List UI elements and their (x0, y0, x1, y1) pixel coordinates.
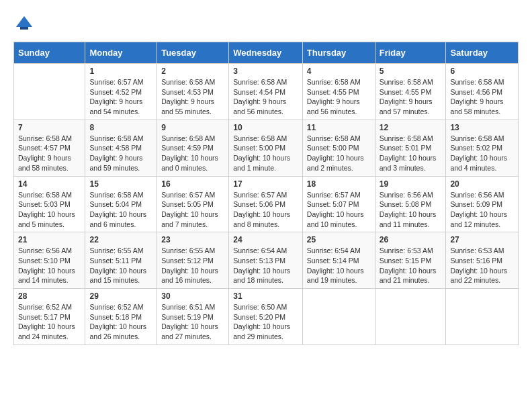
week-row-1: 1Sunrise: 6:57 AM Sunset: 4:52 PM Daylig… (14, 64, 519, 120)
calendar-cell: 16Sunrise: 6:57 AM Sunset: 5:05 PM Dayli… (157, 176, 229, 232)
day-info: Sunrise: 6:56 AM Sunset: 5:10 PM Dayligh… (18, 246, 81, 285)
calendar-cell: 11Sunrise: 6:58 AM Sunset: 5:00 PM Dayli… (302, 120, 375, 176)
day-header-thursday: Thursday (302, 42, 375, 64)
week-row-2: 7Sunrise: 6:58 AM Sunset: 4:57 PM Daylig… (14, 120, 519, 176)
calendar-cell: 7Sunrise: 6:58 AM Sunset: 4:57 PM Daylig… (14, 120, 85, 176)
calendar-cell: 12Sunrise: 6:58 AM Sunset: 5:01 PM Dayli… (375, 120, 446, 176)
day-info: Sunrise: 6:58 AM Sunset: 4:53 PM Dayligh… (161, 77, 224, 117)
calendar-cell: 22Sunrise: 6:55 AM Sunset: 5:11 PM Dayli… (85, 232, 157, 289)
day-number: 19 (380, 179, 442, 189)
day-info: Sunrise: 6:52 AM Sunset: 5:18 PM Dayligh… (89, 302, 152, 342)
calendar-cell: 23Sunrise: 6:55 AM Sunset: 5:12 PM Dayli… (157, 232, 229, 289)
svg-marker-0 (16, 16, 32, 27)
day-header-tuesday: Tuesday (157, 42, 229, 64)
day-number: 18 (307, 179, 371, 189)
day-number: 6 (450, 66, 514, 76)
day-number: 29 (89, 291, 152, 301)
day-number: 2 (161, 66, 224, 76)
day-number: 8 (89, 123, 152, 132)
day-header-monday: Monday (85, 42, 157, 64)
calendar-cell: 28Sunrise: 6:52 AM Sunset: 5:17 PM Dayli… (14, 289, 85, 345)
day-info: Sunrise: 6:53 AM Sunset: 5:16 PM Dayligh… (450, 246, 514, 285)
day-info: Sunrise: 6:58 AM Sunset: 5:00 PM Dayligh… (307, 134, 371, 173)
day-number: 4 (307, 66, 371, 76)
day-number: 30 (161, 291, 224, 301)
calendar-table: SundayMondayTuesdayWednesdayThursdayFrid… (13, 42, 519, 345)
calendar-cell: 31Sunrise: 6:50 AM Sunset: 5:20 PM Dayli… (229, 289, 303, 345)
calendar-cell: 29Sunrise: 6:52 AM Sunset: 5:18 PM Dayli… (85, 289, 157, 345)
day-number: 28 (18, 291, 81, 301)
calendar-cell (375, 289, 446, 345)
day-info: Sunrise: 6:58 AM Sunset: 4:56 PM Dayligh… (450, 77, 514, 117)
calendar-cell: 27Sunrise: 6:53 AM Sunset: 5:16 PM Dayli… (446, 232, 519, 289)
day-info: Sunrise: 6:53 AM Sunset: 5:15 PM Dayligh… (380, 246, 442, 285)
calendar-cell: 1Sunrise: 6:57 AM Sunset: 4:52 PM Daylig… (85, 64, 157, 120)
day-info: Sunrise: 6:58 AM Sunset: 4:59 PM Dayligh… (161, 134, 224, 173)
day-number: 21 (18, 235, 81, 244)
day-number: 16 (161, 179, 224, 189)
day-number: 25 (307, 235, 371, 244)
calendar-cell (302, 289, 375, 345)
day-info: Sunrise: 6:56 AM Sunset: 5:08 PM Dayligh… (380, 190, 442, 230)
calendar-cell: 2Sunrise: 6:58 AM Sunset: 4:53 PM Daylig… (157, 64, 229, 120)
calendar-cell (14, 64, 85, 120)
calendar-cell: 15Sunrise: 6:58 AM Sunset: 5:04 PM Dayli… (85, 176, 157, 232)
day-number: 9 (161, 123, 224, 132)
day-info: Sunrise: 6:57 AM Sunset: 4:52 PM Dayligh… (89, 77, 152, 117)
week-row-3: 14Sunrise: 6:58 AM Sunset: 5:03 PM Dayli… (14, 176, 519, 232)
day-info: Sunrise: 6:55 AM Sunset: 5:12 PM Dayligh… (161, 246, 224, 285)
calendar-cell: 6Sunrise: 6:58 AM Sunset: 4:56 PM Daylig… (446, 64, 519, 120)
day-info: Sunrise: 6:57 AM Sunset: 5:06 PM Dayligh… (233, 190, 298, 230)
day-number: 12 (380, 123, 442, 132)
svg-rect-1 (20, 27, 28, 30)
header (13, 13, 519, 35)
calendar-cell: 19Sunrise: 6:56 AM Sunset: 5:08 PM Dayli… (375, 176, 446, 232)
day-info: Sunrise: 6:58 AM Sunset: 4:55 PM Dayligh… (380, 77, 442, 117)
days-header-row: SundayMondayTuesdayWednesdayThursdayFrid… (14, 42, 519, 64)
calendar-cell: 30Sunrise: 6:51 AM Sunset: 5:19 PM Dayli… (157, 289, 229, 345)
day-info: Sunrise: 6:56 AM Sunset: 5:09 PM Dayligh… (450, 190, 514, 230)
day-number: 26 (380, 235, 442, 244)
calendar-cell: 5Sunrise: 6:58 AM Sunset: 4:55 PM Daylig… (375, 64, 446, 120)
day-number: 1 (89, 66, 152, 76)
day-info: Sunrise: 6:58 AM Sunset: 4:58 PM Dayligh… (89, 134, 152, 173)
day-info: Sunrise: 6:58 AM Sunset: 5:04 PM Dayligh… (89, 190, 152, 230)
day-info: Sunrise: 6:58 AM Sunset: 5:02 PM Dayligh… (450, 134, 514, 173)
day-info: Sunrise: 6:57 AM Sunset: 5:07 PM Dayligh… (307, 190, 371, 230)
day-header-saturday: Saturday (446, 42, 519, 64)
calendar-cell: 3Sunrise: 6:58 AM Sunset: 4:54 PM Daylig… (229, 64, 303, 120)
day-info: Sunrise: 6:58 AM Sunset: 5:01 PM Dayligh… (380, 134, 442, 173)
day-info: Sunrise: 6:50 AM Sunset: 5:20 PM Dayligh… (233, 302, 298, 342)
calendar-cell: 21Sunrise: 6:56 AM Sunset: 5:10 PM Dayli… (14, 232, 85, 289)
day-info: Sunrise: 6:55 AM Sunset: 5:11 PM Dayligh… (89, 246, 152, 285)
day-number: 31 (233, 291, 298, 301)
day-info: Sunrise: 6:58 AM Sunset: 4:57 PM Dayligh… (18, 134, 81, 173)
day-info: Sunrise: 6:58 AM Sunset: 5:03 PM Dayligh… (18, 190, 81, 230)
day-number: 17 (233, 179, 298, 189)
day-header-friday: Friday (375, 42, 446, 64)
day-header-wednesday: Wednesday (229, 42, 303, 64)
calendar-cell: 9Sunrise: 6:58 AM Sunset: 4:59 PM Daylig… (157, 120, 229, 176)
calendar-cell: 18Sunrise: 6:57 AM Sunset: 5:07 PM Dayli… (302, 176, 375, 232)
day-number: 13 (450, 123, 514, 132)
day-info: Sunrise: 6:54 AM Sunset: 5:14 PM Dayligh… (307, 246, 371, 285)
day-number: 11 (307, 123, 371, 132)
calendar-cell: 17Sunrise: 6:57 AM Sunset: 5:06 PM Dayli… (229, 176, 303, 232)
day-number: 5 (380, 66, 442, 76)
day-info: Sunrise: 6:51 AM Sunset: 5:19 PM Dayligh… (161, 302, 224, 342)
day-info: Sunrise: 6:54 AM Sunset: 5:13 PM Dayligh… (233, 246, 298, 285)
day-number: 10 (233, 123, 298, 132)
calendar-cell: 13Sunrise: 6:58 AM Sunset: 5:02 PM Dayli… (446, 120, 519, 176)
calendar-cell: 10Sunrise: 6:58 AM Sunset: 5:00 PM Dayli… (229, 120, 303, 176)
calendar-cell: 26Sunrise: 6:53 AM Sunset: 5:15 PM Dayli… (375, 232, 446, 289)
day-number: 14 (18, 179, 81, 189)
calendar-cell (446, 289, 519, 345)
day-info: Sunrise: 6:52 AM Sunset: 5:17 PM Dayligh… (18, 302, 81, 342)
day-number: 23 (161, 235, 224, 244)
calendar-cell: 8Sunrise: 6:58 AM Sunset: 4:58 PM Daylig… (85, 120, 157, 176)
calendar-cell: 24Sunrise: 6:54 AM Sunset: 5:13 PM Dayli… (229, 232, 303, 289)
logo (13, 13, 38, 35)
calendar-cell: 20Sunrise: 6:56 AM Sunset: 5:09 PM Dayli… (446, 176, 519, 232)
day-info: Sunrise: 6:58 AM Sunset: 4:54 PM Dayligh… (233, 77, 298, 117)
day-number: 22 (89, 235, 152, 244)
